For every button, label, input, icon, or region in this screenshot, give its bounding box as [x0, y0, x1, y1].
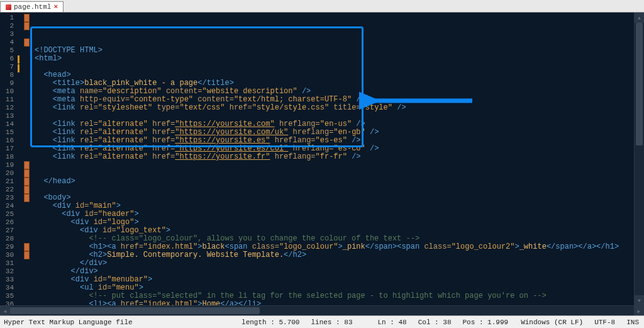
- close-icon[interactable]: ×: [53, 3, 58, 11]
- line-number: 10: [0, 88, 14, 96]
- fold-toggle-icon[interactable]: [24, 251, 30, 259]
- line-number: 13: [0, 112, 14, 120]
- line-number: 11: [0, 96, 14, 104]
- code-line[interactable]: [35, 169, 631, 178]
- line-number: 26: [0, 218, 14, 227]
- change-marker: [18, 64, 19, 72]
- line-number: 7: [0, 63, 14, 71]
- status-file-type: Hyper Text Markup Language file: [0, 319, 229, 326]
- fold-toggle-icon[interactable]: [24, 161, 30, 169]
- file-tab[interactable]: page.html ×: [0, 1, 64, 12]
- line-number: 17: [0, 145, 14, 153]
- line-number: 34: [0, 284, 14, 292]
- line-number: 8: [0, 71, 14, 79]
- line-number: 21: [0, 178, 14, 186]
- scroll-left-button[interactable]: ◀: [0, 306, 10, 316]
- line-number: 9: [0, 79, 14, 88]
- status-ins: INS: [626, 319, 639, 326]
- fold-toggle-icon[interactable]: [24, 22, 30, 30]
- status-pos: Pos : 1.999: [463, 319, 509, 326]
- fold-toggle-icon[interactable]: [24, 14, 30, 22]
- line-number: 28: [0, 235, 14, 243]
- html-file-icon: [6, 4, 11, 10]
- line-number: 20: [0, 169, 14, 178]
- status-length: length : 5.700: [242, 319, 299, 326]
- status-encoding: UTF-8: [594, 319, 615, 326]
- fold-toggle-icon[interactable]: [24, 169, 30, 178]
- fold-toggle-icon[interactable]: [24, 186, 30, 194]
- code-line[interactable]: <link rel="alternate" href="https://your…: [35, 153, 631, 161]
- status-col: Col : 38: [418, 319, 452, 326]
- line-number: 12: [0, 104, 14, 112]
- tab-label: page.html: [14, 3, 51, 11]
- status-lines: lines : 83: [311, 319, 352, 326]
- line-number: 14: [0, 120, 14, 128]
- fold-toggle-icon[interactable]: [24, 38, 30, 47]
- vertical-scrollbar[interactable]: ▲ ▼: [634, 13, 644, 305]
- status-ln: Ln : 48: [377, 319, 406, 326]
- line-number: 35: [0, 292, 14, 300]
- fold-column: [21, 13, 32, 305]
- code-line[interactable]: <body>: [35, 194, 631, 202]
- line-number: 22: [0, 186, 14, 194]
- change-marker: [18, 55, 19, 64]
- tab-bar: page.html ×: [0, 0, 644, 13]
- line-number: 5: [0, 47, 14, 55]
- scroll-thumb-h[interactable]: [10, 307, 260, 314]
- editor-window: page.html × 1234567891011121314151617181…: [0, 0, 644, 328]
- line-number: 2: [0, 22, 14, 30]
- scroll-track-v[interactable]: [635, 23, 644, 295]
- code-line[interactable]: [35, 186, 631, 194]
- code-area: 1234567891011121314151617181920212223242…: [0, 13, 644, 305]
- fold-toggle-icon[interactable]: [24, 243, 30, 251]
- line-number: 27: [0, 227, 14, 235]
- code-line[interactable]: <html>: [35, 55, 631, 63]
- line-number: 1: [0, 14, 14, 22]
- status-eol: Windows (CR LF): [521, 319, 583, 326]
- line-number: 36: [0, 300, 14, 305]
- code-line[interactable]: <!DOCTYPE HTML>: [35, 47, 631, 55]
- line-number: 31: [0, 259, 14, 268]
- line-number: 25: [0, 210, 14, 218]
- status-bar: Hyper Text Markup Language file length :…: [0, 315, 644, 328]
- line-number: 3: [0, 30, 14, 38]
- line-number: 23: [0, 194, 14, 202]
- line-number: 4: [0, 38, 14, 47]
- line-number: 30: [0, 251, 14, 259]
- code-line[interactable]: [35, 63, 631, 71]
- line-number: 6: [0, 55, 14, 63]
- scroll-track-h[interactable]: [10, 306, 634, 315]
- scroll-thumb-v[interactable]: [636, 23, 643, 145]
- code-line[interactable]: </head>: [35, 178, 631, 186]
- code-line[interactable]: <link rel="stylesheet" type="text/css" h…: [35, 104, 631, 112]
- scroll-right-button[interactable]: ▶: [634, 306, 644, 316]
- code-line[interactable]: </div>: [35, 259, 631, 268]
- scroll-up-button[interactable]: ▲: [635, 13, 644, 23]
- code-line[interactable]: [35, 161, 631, 169]
- line-number: 33: [0, 276, 14, 284]
- code-line[interactable]: <li><a href="index.html">Home</a></li>: [35, 300, 631, 305]
- scroll-down-button[interactable]: ▼: [635, 295, 644, 305]
- line-number: 32: [0, 268, 14, 276]
- line-number: 15: [0, 128, 14, 137]
- line-number: 16: [0, 137, 14, 145]
- line-number: 29: [0, 243, 14, 251]
- code-content[interactable]: <!DOCTYPE HTML><html> <head> <title>blac…: [32, 13, 634, 305]
- line-number: 18: [0, 153, 14, 161]
- fold-toggle-icon[interactable]: [24, 178, 30, 186]
- line-number-gutter: 1234567891011121314151617181920212223242…: [0, 13, 18, 305]
- line-number: 19: [0, 161, 14, 169]
- line-number: 24: [0, 202, 14, 210]
- fold-toggle-icon[interactable]: [24, 194, 30, 202]
- horizontal-scrollbar[interactable]: ◀ ▶: [0, 305, 644, 315]
- code-line[interactable]: <h2>Simple. Contemporary. Website Templa…: [35, 251, 631, 259]
